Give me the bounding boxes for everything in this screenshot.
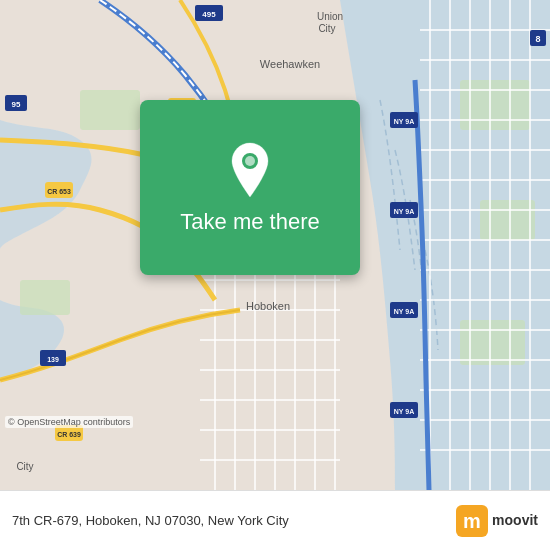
take-me-there-button[interactable]: Take me there [140,100,360,275]
svg-text:Weehawken: Weehawken [260,58,320,70]
svg-text:139: 139 [47,356,59,363]
svg-rect-1 [80,90,140,130]
svg-rect-2 [20,280,70,315]
moovit-logo-icon: m [456,505,488,537]
svg-text:CR 653: CR 653 [47,188,71,195]
svg-text:NY 9A: NY 9A [394,308,415,315]
svg-text:NY 9A: NY 9A [394,408,415,415]
location-pin-icon [226,141,274,199]
moovit-text: moovit [492,513,538,528]
bottom-bar: 7th CR-679, Hoboken, NJ 07030, New York … [0,490,550,550]
svg-text:8: 8 [535,34,540,44]
svg-text:NY 9A: NY 9A [394,118,415,125]
svg-point-69 [245,156,255,166]
address-text: 7th CR-679, Hoboken, NJ 07030, New York … [12,513,456,528]
osm-attribution: © OpenStreetMap contributors [5,416,133,428]
svg-text:NY 9A: NY 9A [394,208,415,215]
take-me-there-label: Take me there [180,209,319,235]
svg-text:m: m [463,510,481,532]
svg-text:City: City [318,23,335,34]
svg-text:Union: Union [317,11,343,22]
svg-rect-4 [480,200,535,240]
map-container: 95 495 CR 501 CR 653 139 CR 639 NY 9A NY… [0,0,550,490]
moovit-logo: m moovit [456,505,538,537]
svg-text:95: 95 [12,100,21,109]
svg-text:City: City [16,461,33,472]
svg-text:CR 639: CR 639 [57,431,81,438]
svg-text:Hoboken: Hoboken [246,300,290,312]
svg-text:495: 495 [202,10,216,19]
